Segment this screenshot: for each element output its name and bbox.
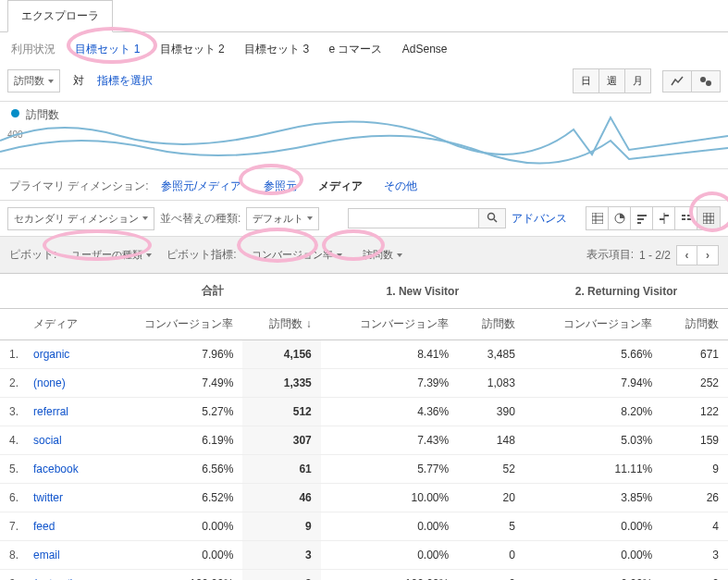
- pager-prev-button[interactable]: ‹: [677, 246, 697, 265]
- col-header-sum-conv[interactable]: コンバージョン率: [105, 309, 242, 340]
- c2-visits-cell: 9: [661, 455, 728, 484]
- display-items-label: 表示項目:: [586, 247, 634, 263]
- c2-visits-cell: 252: [661, 369, 728, 398]
- col-header-c1-conv[interactable]: コンバージョン率: [321, 309, 458, 340]
- dropdown-label: コンバージョン率: [252, 248, 333, 262]
- pivot-dimension-dropdown[interactable]: ユーザーの種類: [66, 244, 157, 265]
- medium-link[interactable]: referral: [33, 405, 68, 418]
- c1-conv-cell: 0.00%: [321, 541, 458, 570]
- row-index: 3.: [0, 398, 24, 426]
- table-row: 2.(none)7.49%1,3357.39%1,0837.94%252: [0, 369, 728, 398]
- dim-other[interactable]: その他: [384, 179, 417, 192]
- svg-rect-14: [660, 218, 664, 220]
- dropdown-label: セカンダリ ディメンション: [14, 212, 139, 226]
- dim-medium[interactable]: メディア: [318, 179, 363, 192]
- chart-line-button[interactable]: [663, 71, 692, 92]
- header-text: 訪問数: [269, 317, 302, 330]
- col-header-media[interactable]: メディア: [24, 309, 105, 340]
- select-metric-link[interactable]: 指標を選択: [97, 73, 153, 89]
- c2-visits-cell: 159: [661, 426, 728, 455]
- medium-cell: organic: [24, 340, 105, 369]
- medium-link[interactable]: social: [33, 434, 62, 447]
- pie-icon: [614, 213, 625, 224]
- col-header-c2-visits[interactable]: 訪問数: [661, 309, 728, 340]
- pager-next-button[interactable]: ›: [697, 246, 718, 265]
- c1-visits-cell: 3,485: [458, 340, 524, 369]
- table-row: 1.organic7.96%4,1568.41%3,4855.66%671: [0, 340, 728, 369]
- search-input[interactable]: [349, 209, 478, 228]
- pivot-metric-label: ピボット指標:: [167, 247, 236, 263]
- chart-type-group: [662, 70, 721, 93]
- dim-source[interactable]: 参照元: [264, 179, 297, 192]
- sum-conv-cell: 6.19%: [105, 426, 242, 455]
- view-pivot-button[interactable]: [697, 207, 720, 229]
- col-header-c1-visits[interactable]: 訪問数: [458, 309, 524, 340]
- medium-cell: (not set): [24, 570, 105, 581]
- pivot-metric1-dropdown[interactable]: コンバージョン率: [246, 244, 348, 265]
- table-row: 7.feed0.00%90.00%50.00%4: [0, 512, 728, 541]
- primary-metric-dropdown[interactable]: 訪問数: [7, 69, 60, 93]
- subtab-goalset3[interactable]: 目標セット 3: [244, 43, 309, 56]
- search-box: [348, 208, 506, 228]
- c2-conv-cell: 0.00%: [524, 570, 661, 581]
- c1-visits-cell: 390: [458, 398, 524, 426]
- medium-cell: feed: [24, 512, 105, 541]
- pivot-metric2-dropdown[interactable]: 訪問数: [357, 244, 408, 265]
- medium-link[interactable]: organic: [33, 348, 69, 361]
- caret-icon: [337, 253, 342, 257]
- chart-area: 訪問数 400: [0, 102, 728, 168]
- view-cloud-button[interactable]: [675, 207, 697, 229]
- bar-icon: [636, 213, 648, 224]
- page-info: 1 - 2/2: [639, 249, 671, 262]
- subtab-ecommerce[interactable]: e コマース: [328, 43, 382, 56]
- svg-rect-4: [592, 213, 603, 224]
- medium-link[interactable]: (none): [33, 376, 66, 389]
- c2-conv-cell: 3.85%: [524, 484, 661, 512]
- chart-motion-button[interactable]: [692, 71, 720, 92]
- svg-point-1: [706, 80, 711, 86]
- sum-conv-cell: 0.00%: [105, 541, 242, 570]
- subtab-adsense[interactable]: AdSense: [402, 43, 448, 56]
- c1-visits-cell: 20: [458, 484, 524, 512]
- secondary-dimension-dropdown[interactable]: セカンダリ ディメンション: [7, 207, 154, 230]
- medium-link[interactable]: feed: [33, 520, 55, 533]
- medium-link[interactable]: twitter: [33, 491, 63, 504]
- bubble-icon: [699, 76, 712, 87]
- medium-link[interactable]: email: [33, 549, 60, 561]
- search-button[interactable]: [478, 209, 505, 228]
- table-icon: [592, 213, 603, 224]
- view-table-button[interactable]: [586, 207, 609, 229]
- svg-rect-11: [637, 222, 641, 224]
- dropdown-label: 訪問数: [363, 248, 393, 262]
- time-week-button[interactable]: 週: [599, 69, 625, 93]
- dim-source-medium[interactable]: 参照元/メディア: [161, 179, 241, 192]
- table-row: 3.referral5.27%5124.36%3908.20%122: [0, 398, 728, 426]
- primary-dimension-row: プライマリ ディメンション: 参照元/メディア 参照元 メディア その他: [0, 168, 728, 200]
- c1-conv-cell: 8.41%: [321, 340, 458, 369]
- subtab-usage[interactable]: 利用状況: [11, 43, 56, 56]
- medium-link[interactable]: facebook: [33, 463, 79, 475]
- c1-conv-cell: 7.43%: [321, 426, 458, 455]
- explorer-tab[interactable]: エクスプローラ: [7, 0, 113, 32]
- medium-cell: social: [24, 426, 105, 455]
- view-comparison-button[interactable]: [653, 207, 675, 229]
- vs-label: 対: [66, 69, 92, 93]
- time-month-button[interactable]: 月: [625, 69, 650, 93]
- col-header-c2-conv[interactable]: コンバージョン率: [524, 309, 661, 340]
- time-day-button[interactable]: 日: [574, 69, 599, 93]
- subtab-goalset2[interactable]: 目標セット 2: [160, 43, 225, 56]
- row-index: 4.: [0, 426, 24, 455]
- sort-type-dropdown[interactable]: デフォルト: [246, 207, 319, 230]
- subtab-goalset1[interactable]: 目標セット 1: [75, 43, 140, 56]
- view-bar-button[interactable]: [631, 207, 653, 229]
- col-header-sum-visits[interactable]: 訪問数↓: [242, 309, 320, 340]
- view-pie-button[interactable]: [609, 207, 631, 229]
- sum-conv-cell: 7.96%: [105, 340, 242, 369]
- svg-rect-13: [664, 215, 669, 216]
- row-index: 6.: [0, 484, 24, 512]
- c2-visits-cell: 26: [661, 484, 728, 512]
- pivot-row: ピボット: ユーザーの種類 ピボット指標: コンバージョン率 訪問数 表示項目:…: [0, 236, 728, 273]
- advanced-link[interactable]: アドバンス: [512, 211, 567, 227]
- sum-conv-cell: 100.00%: [105, 570, 242, 581]
- table-row: 6.twitter6.52%4610.00%203.85%26: [0, 484, 728, 512]
